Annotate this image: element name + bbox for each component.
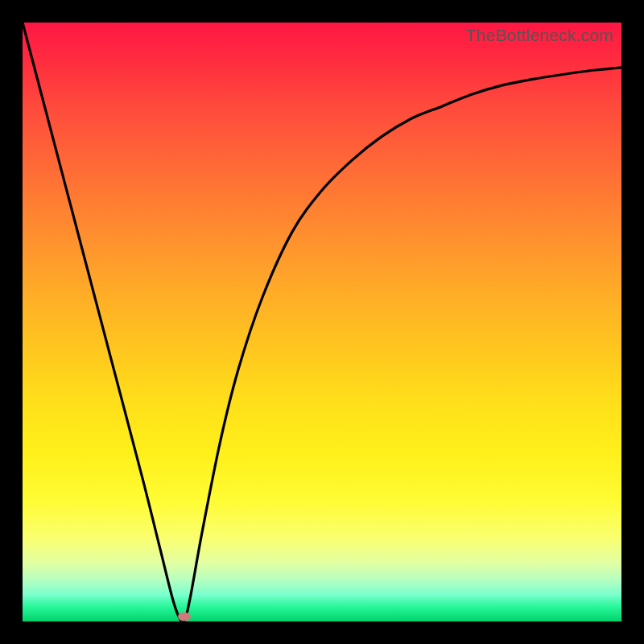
bottleneck-curve: [23, 23, 621, 621]
minimum-marker: [178, 613, 191, 621]
plot-area: TheBottleneck.com: [23, 23, 621, 621]
curve-path: [23, 23, 621, 622]
chart-frame: TheBottleneck.com: [0, 0, 644, 644]
